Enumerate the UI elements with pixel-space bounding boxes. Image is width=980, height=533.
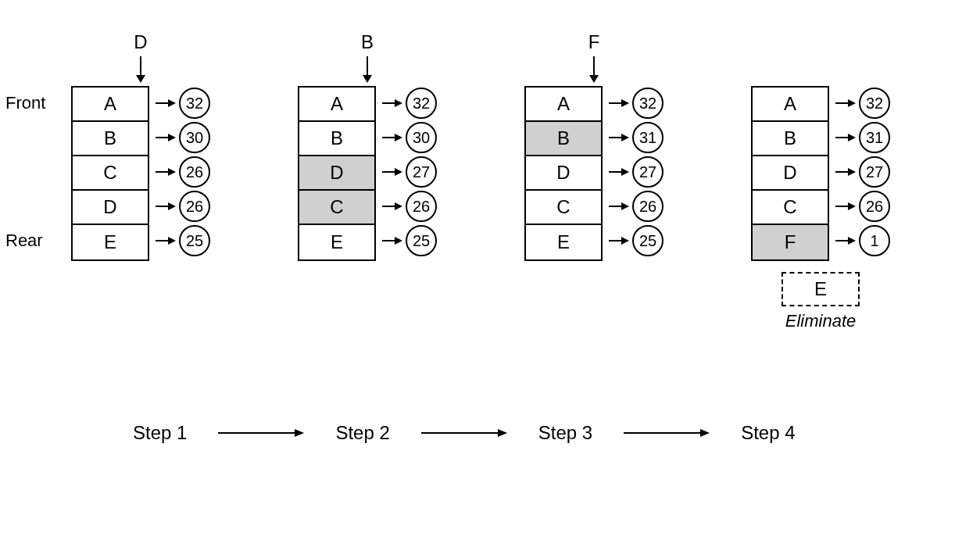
queue-cell: A bbox=[526, 88, 601, 122]
front-label: Front bbox=[5, 86, 45, 120]
svg-marker-29 bbox=[621, 134, 629, 141]
svg-marker-5 bbox=[168, 134, 176, 141]
step-label: Step 3 bbox=[538, 422, 592, 444]
svg-marker-49 bbox=[498, 429, 507, 437]
svg-marker-27 bbox=[621, 99, 629, 107]
value-circle: 30 bbox=[406, 122, 437, 153]
value-column: 32 31 27 26 25 bbox=[607, 86, 663, 258]
value-column: 32 31 27 26 1 bbox=[834, 86, 890, 258]
value-circle: 26 bbox=[406, 191, 437, 222]
value-row: 25 bbox=[154, 224, 210, 258]
svg-marker-47 bbox=[295, 429, 304, 437]
queue-cell: D bbox=[526, 156, 601, 191]
arrow-right-icon bbox=[382, 166, 402, 177]
svg-marker-25 bbox=[589, 75, 599, 83]
arrow-right-icon bbox=[609, 98, 629, 109]
queue: A B D C E bbox=[298, 86, 376, 261]
svg-marker-41 bbox=[848, 168, 856, 176]
value-row: 30 bbox=[154, 120, 210, 155]
value-circle: 25 bbox=[632, 225, 663, 256]
svg-marker-39 bbox=[848, 134, 856, 141]
side-labels: Front Rear bbox=[5, 86, 45, 258]
arrow-right-icon bbox=[609, 132, 629, 143]
queue: A B D C F bbox=[751, 86, 829, 261]
arrow-down-icon bbox=[133, 56, 148, 86]
arrow-right-icon bbox=[156, 98, 176, 109]
value-row: 32 bbox=[834, 86, 890, 120]
value-row: 26 bbox=[154, 155, 210, 189]
value-row: 32 bbox=[154, 86, 210, 120]
arrow-right-icon bbox=[609, 235, 629, 246]
columns-row: D Front Rear A B C D E 32 bbox=[63, 31, 922, 331]
value-column: 32 30 26 26 25 bbox=[154, 86, 210, 258]
arrow-right-icon bbox=[835, 166, 856, 177]
insert-label: D bbox=[134, 31, 147, 53]
eliminate-caption: Eliminate bbox=[785, 311, 856, 331]
value-circle: 31 bbox=[632, 122, 663, 153]
arrow-right-icon bbox=[156, 235, 176, 246]
value-row: 27 bbox=[834, 155, 890, 189]
arrow-right-icon bbox=[382, 98, 402, 109]
queue-cell: A bbox=[753, 88, 828, 122]
value-row: 26 bbox=[834, 189, 890, 224]
value-circle: 26 bbox=[179, 191, 210, 222]
arrow-right-icon bbox=[835, 201, 856, 212]
svg-marker-31 bbox=[621, 168, 629, 176]
value-circle: 32 bbox=[859, 88, 890, 119]
value-row: 1 bbox=[834, 224, 890, 258]
queue-cell: E bbox=[526, 225, 601, 259]
svg-marker-17 bbox=[395, 134, 402, 141]
svg-marker-11 bbox=[168, 237, 176, 245]
svg-marker-23 bbox=[395, 237, 402, 245]
value-circle: 32 bbox=[179, 88, 210, 119]
value-row: 26 bbox=[381, 189, 437, 224]
arrow-right-icon bbox=[382, 235, 402, 246]
svg-marker-37 bbox=[848, 99, 856, 107]
insert-label: F bbox=[588, 31, 600, 53]
arrow-right-icon bbox=[156, 201, 176, 212]
value-row: 26 bbox=[154, 189, 210, 224]
arrow-right-icon bbox=[609, 166, 629, 177]
arrow-right-icon bbox=[421, 427, 507, 438]
svg-marker-33 bbox=[621, 202, 629, 210]
queue-with-values: A B D C E 32 31 27 26 25 bbox=[524, 86, 663, 261]
value-circle: 25 bbox=[406, 225, 437, 256]
svg-marker-1 bbox=[136, 75, 145, 83]
queue-cell: C bbox=[299, 191, 374, 225]
value-row: 32 bbox=[607, 86, 663, 120]
queue-cell: C bbox=[73, 156, 148, 191]
value-row: 31 bbox=[607, 120, 663, 155]
svg-marker-51 bbox=[700, 429, 710, 437]
arrow-right-icon bbox=[835, 98, 856, 109]
step-3-column: F A B D C E 32 31 27 26 25 bbox=[516, 31, 672, 261]
value-circle: 26 bbox=[632, 191, 663, 222]
arrow-right-icon bbox=[156, 166, 176, 177]
queue-diagram: D Front Rear A B C D E 32 bbox=[63, 31, 922, 331]
queue: A B C D E bbox=[71, 86, 149, 261]
svg-marker-35 bbox=[621, 237, 629, 245]
value-circle: 31 bbox=[859, 122, 890, 153]
svg-marker-19 bbox=[395, 168, 402, 176]
queue-cell: B bbox=[753, 122, 828, 156]
value-row: 25 bbox=[381, 224, 437, 258]
value-column: 32 30 27 26 25 bbox=[381, 86, 437, 258]
queue-cell: A bbox=[73, 88, 148, 122]
arrow-right-icon bbox=[609, 201, 629, 212]
value-circle: 32 bbox=[406, 88, 437, 119]
svg-marker-3 bbox=[168, 99, 176, 107]
queue: A B D C E bbox=[524, 86, 603, 261]
svg-marker-43 bbox=[848, 202, 856, 210]
step-label: Step 1 bbox=[133, 422, 187, 444]
queue-cell: D bbox=[299, 156, 374, 191]
value-row: 25 bbox=[607, 224, 663, 258]
queue-cell: C bbox=[753, 191, 828, 225]
value-circle: 27 bbox=[632, 156, 663, 188]
value-row: 26 bbox=[607, 189, 663, 224]
value-row: 27 bbox=[607, 155, 663, 189]
queue-with-values: A B D C E 32 30 27 26 25 bbox=[298, 86, 437, 261]
value-circle: 1 bbox=[859, 225, 890, 256]
step-2-column: B A B D C E 32 30 27 26 25 bbox=[289, 31, 445, 261]
queue-with-values: Front Rear A B C D E 32 30 26 26 25 bbox=[71, 86, 210, 261]
arrow-right-icon bbox=[156, 132, 176, 143]
value-row: 32 bbox=[381, 86, 437, 120]
